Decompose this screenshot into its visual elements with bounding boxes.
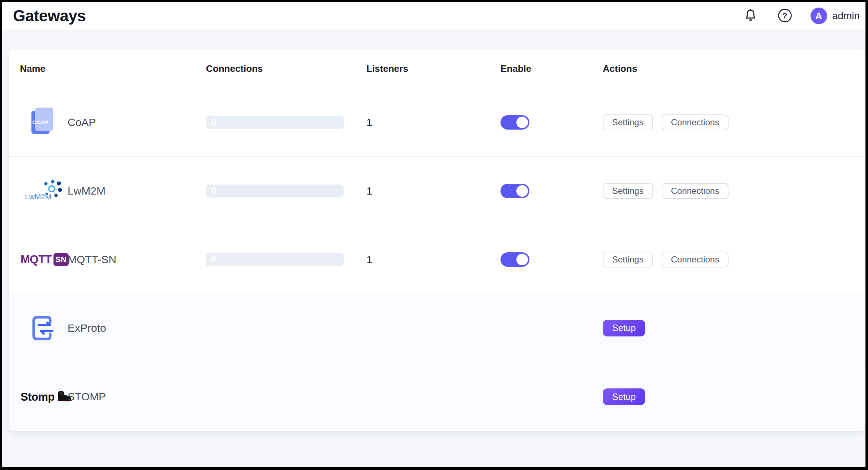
connections-button[interactable]: Connections <box>662 183 729 199</box>
setup-button[interactable]: Setup <box>603 320 645 336</box>
connections-count: 0 <box>206 185 216 196</box>
enable-toggle[interactable] <box>500 252 529 267</box>
question-mark-icon: ? <box>777 8 792 24</box>
topbar-right: ? A admin <box>743 8 860 24</box>
setup-button[interactable]: Setup <box>603 388 645 405</box>
gateway-name: STOMP <box>68 391 106 403</box>
settings-button[interactable]: Settings <box>603 183 653 199</box>
column-header-connections: Connections <box>206 63 366 74</box>
gateway-name: LwM2M <box>68 185 106 197</box>
gateways-table-card: Name Connections Listeners Enable Action… <box>9 49 865 431</box>
table-row-stomp: Stomp STOMP Setup <box>9 362 865 431</box>
listeners-count: 1 <box>366 253 373 265</box>
toggle-knob <box>516 185 528 197</box>
column-header-listeners: Listeners <box>366 63 500 74</box>
lwm2m-logo-icon: LwM2M <box>20 179 68 203</box>
table-row-mqtt-sn: MQTT SN MQTT-SN 0 1 Settings Connections <box>9 225 865 294</box>
table-row-lwm2m: LwM2M LwM2M 0 1 Settings Connections <box>9 157 865 225</box>
username-label[interactable]: admin <box>832 10 860 22</box>
table-row-coap: COAP CoAP 0 1 Settings Connections <box>9 88 865 157</box>
stomp-logo-icon: Stomp <box>20 390 68 404</box>
connections-progress-bar: 0 <box>206 253 344 266</box>
settings-button[interactable]: Settings <box>603 252 653 267</box>
svg-text:LwM2M: LwM2M <box>25 192 52 201</box>
enable-toggle[interactable] <box>500 115 529 130</box>
bell-icon <box>743 8 758 24</box>
connections-progress-bar: 0 <box>206 116 344 129</box>
page-title: Gateways <box>13 7 86 25</box>
table-row-exproto: ExProto Setup <box>9 294 865 362</box>
connections-count: 0 <box>206 254 216 265</box>
table-header-row: Name Connections Listeners Enable Action… <box>9 49 865 88</box>
user-avatar[interactable]: A <box>811 8 827 24</box>
coap-logo-icon: COAP <box>20 111 68 134</box>
mqtt-sn-logo-icon: MQTT SN <box>20 253 68 266</box>
app-window: Gateways ? <box>0 0 868 470</box>
help-button[interactable]: ? <box>777 8 792 24</box>
toggle-knob <box>516 254 528 265</box>
column-header-actions: Actions <box>603 63 865 74</box>
top-bar: Gateways ? <box>2 2 865 30</box>
column-header-name: Name <box>9 63 206 74</box>
svg-text:?: ? <box>782 11 787 20</box>
gateway-name: CoAP <box>68 116 96 129</box>
notification-bell-button[interactable] <box>743 8 758 24</box>
listeners-count: 1 <box>366 116 373 128</box>
column-header-enable: Enable <box>500 63 603 74</box>
connections-button[interactable]: Connections <box>662 252 729 267</box>
connections-progress-bar: 0 <box>206 184 344 197</box>
listeners-count: 1 <box>366 185 373 197</box>
avatar-initial: A <box>815 10 822 22</box>
connections-button[interactable]: Connections <box>662 114 729 130</box>
toggle-knob <box>516 117 528 128</box>
settings-button[interactable]: Settings <box>603 114 653 130</box>
gateway-name: ExProto <box>68 322 106 334</box>
gateway-name: MQTT-SN <box>68 253 116 266</box>
exproto-logo-icon <box>20 313 68 343</box>
enable-toggle[interactable] <box>500 184 529 198</box>
connections-count: 0 <box>206 117 216 128</box>
